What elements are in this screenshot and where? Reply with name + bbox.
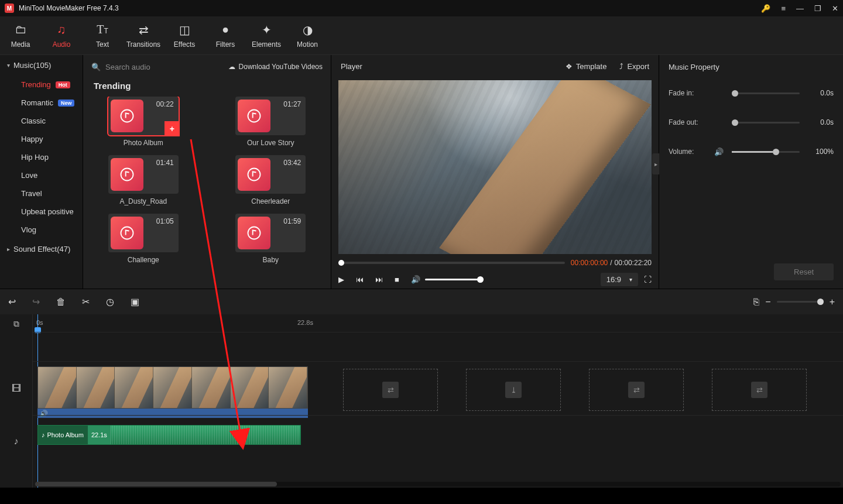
export-button[interactable]: ⤴ Export bbox=[619, 62, 649, 71]
sidebar-item-upbeat[interactable]: Upbeat positive bbox=[6, 203, 83, 221]
sidebar-item-classic[interactable]: Classic bbox=[6, 112, 83, 130]
next-frame-button[interactable]: ⏭ bbox=[375, 275, 383, 284]
time-sep: / bbox=[610, 259, 612, 267]
maximize-button[interactable]: ❐ bbox=[814, 4, 821, 13]
chevron-down-icon: ▾ bbox=[7, 62, 10, 68]
play-button[interactable]: ▶ bbox=[338, 275, 344, 284]
motion-icon: ◑ bbox=[300, 23, 314, 37]
audio-card[interactable]: 03:42 Cheerleader bbox=[219, 155, 323, 205]
panel-collapse-button[interactable]: ▸ bbox=[652, 153, 659, 174]
fadein-slider[interactable] bbox=[732, 92, 800, 94]
speaker-icon[interactable]: 🔊 bbox=[714, 148, 726, 156]
zoom-slider[interactable] bbox=[777, 301, 824, 303]
audio-thumb[interactable]: 01:27 bbox=[235, 97, 306, 135]
audio-lane[interactable]: ♪ Photo Album 22.1s bbox=[33, 415, 843, 450]
prev-frame-button[interactable]: ⏮ bbox=[356, 275, 364, 284]
audio-name: Challenge bbox=[128, 256, 159, 264]
video-preview[interactable] bbox=[338, 80, 652, 254]
timeline-scrollbar[interactable] bbox=[35, 482, 841, 486]
fit-timeline-button[interactable]: ⎘ bbox=[753, 297, 759, 307]
fadein-label: Fade in: bbox=[669, 89, 708, 97]
filters-icon: ● bbox=[218, 23, 232, 37]
aspect-value: 16:9 bbox=[606, 275, 621, 284]
volume-slider[interactable] bbox=[425, 279, 484, 280]
crop-button[interactable]: ▣ bbox=[131, 296, 139, 307]
template-button[interactable]: ❖ Template bbox=[566, 62, 607, 71]
video-lane[interactable]: 🔊 ⇄ ⇄ ⤓ ⇄ ⇄ bbox=[33, 361, 843, 415]
download-icon: ⤓ bbox=[505, 382, 522, 398]
speed-button[interactable]: ◷ bbox=[106, 296, 114, 307]
delete-button[interactable]: 🗑 bbox=[56, 297, 66, 307]
audio-name: Photo Album bbox=[124, 139, 163, 147]
tab-motion[interactable]: ◑ Motion bbox=[287, 16, 328, 54]
sidebar-item-love[interactable]: Love bbox=[6, 166, 83, 184]
tab-effects[interactable]: ◫ Effects bbox=[164, 16, 205, 54]
timeline-body[interactable]: 0s 22.8s 🔊 ⇄ ⇄ ⤓ ⇄ ⇄ ♪ Photo Album 22.1s bbox=[33, 314, 843, 488]
download-youtube-link[interactable]: ☁ Download YouTube Videos bbox=[228, 63, 323, 71]
playback-progress[interactable] bbox=[338, 262, 565, 264]
menu-icon[interactable]: ≡ bbox=[781, 4, 786, 13]
audio-clip[interactable]: ♪ Photo Album 22.1s bbox=[37, 425, 301, 445]
audio-thumb[interactable]: 01:05 bbox=[108, 214, 179, 252]
audio-card[interactable]: 01:41 A_Dusty_Road bbox=[91, 155, 196, 205]
search-input[interactable] bbox=[105, 63, 193, 71]
tab-text[interactable]: TT Text bbox=[82, 16, 123, 54]
audio-name: A_Dusty_Road bbox=[119, 197, 167, 205]
sidebar-group-music[interactable]: ▾ Music(105) bbox=[0, 55, 83, 76]
transition-slot[interactable]: ⇄ bbox=[589, 369, 684, 411]
sidebar-group-soundeffect[interactable]: ▸ Sound Effect(47) bbox=[0, 239, 83, 259]
minimize-button[interactable]: — bbox=[796, 4, 804, 13]
reset-button[interactable]: Reset bbox=[774, 263, 834, 280]
swap-icon: ⇄ bbox=[628, 382, 645, 398]
close-button[interactable]: ✕ bbox=[832, 4, 838, 13]
svg-point-1 bbox=[248, 110, 261, 122]
fadeout-slider[interactable] bbox=[732, 122, 800, 124]
add-to-timeline-button[interactable]: + bbox=[166, 122, 179, 135]
tab-elements[interactable]: ✦ Elements bbox=[246, 16, 287, 54]
volume-slider-prop[interactable] bbox=[732, 151, 800, 153]
audio-thumb[interactable]: 03:42 bbox=[235, 155, 306, 194]
redo-button[interactable]: ↪ bbox=[32, 296, 40, 307]
audio-card-photo-album[interactable]: 00:22 + Photo Album bbox=[91, 97, 196, 147]
timeline-ruler[interactable]: 0s 22.8s bbox=[33, 314, 843, 332]
overlay-lane[interactable] bbox=[33, 332, 843, 361]
fullscreen-button[interactable]: ⛶ bbox=[644, 275, 652, 284]
search-input-wrap[interactable]: 🔍 bbox=[91, 63, 193, 71]
aspect-ratio-select[interactable]: 16:9 ▾ bbox=[601, 273, 638, 286]
volume-icon[interactable]: 🔊 bbox=[411, 275, 420, 284]
audio-thumb[interactable]: 01:59 bbox=[235, 214, 306, 252]
sidebar-item-travel[interactable]: Travel bbox=[6, 184, 83, 203]
audio-card[interactable]: 01:59 Baby bbox=[219, 214, 323, 264]
sidebar-item-hiphop[interactable]: Hip Hop bbox=[6, 148, 83, 166]
key-icon[interactable]: 🔑 bbox=[761, 4, 770, 13]
properties-panel: ▸ Music Property Fade in: 0.0s Fade out:… bbox=[659, 55, 843, 289]
undo-button[interactable]: ↩ bbox=[8, 296, 16, 307]
transition-slot[interactable]: ⇄ bbox=[712, 369, 807, 411]
zoom-in-button[interactable]: + bbox=[830, 297, 835, 307]
split-button[interactable]: ✂ bbox=[82, 296, 90, 307]
stop-button[interactable]: ■ bbox=[395, 275, 399, 284]
add-track-button[interactable]: ⧉ bbox=[0, 314, 32, 333]
audio-thumb[interactable]: 00:22 + bbox=[108, 97, 179, 135]
video-clip[interactable] bbox=[37, 366, 308, 409]
sidebar-item-vlog[interactable]: Vlog bbox=[6, 221, 83, 239]
zoom-out-button[interactable]: − bbox=[765, 297, 770, 307]
tab-filters[interactable]: ● Filters bbox=[205, 16, 246, 54]
sidebar-item-happy[interactable]: Happy bbox=[6, 130, 83, 148]
audio-thumb[interactable]: 01:41 bbox=[108, 155, 179, 194]
swap-icon: ⇄ bbox=[751, 382, 767, 398]
svg-point-2 bbox=[121, 169, 133, 181]
music-disc-icon bbox=[238, 100, 270, 132]
sidebar-item-romantic[interactable]: Romantic New bbox=[6, 94, 83, 112]
tab-transitions[interactable]: ⇄ Transitions bbox=[123, 16, 164, 54]
tab-media[interactable]: 🗀 Media bbox=[0, 16, 41, 54]
tab-audio[interactable]: ♫ Audio bbox=[41, 16, 82, 54]
media-drop-slot[interactable]: ⤓ bbox=[466, 369, 561, 411]
music-disc-icon bbox=[111, 100, 143, 132]
sidebar-item-trending[interactable]: Trending Hot bbox=[6, 76, 83, 94]
svg-point-5 bbox=[248, 227, 261, 239]
audio-card[interactable]: 01:27 Our Love Story bbox=[219, 97, 323, 147]
transition-slot[interactable]: ⇄ bbox=[343, 369, 438, 411]
badge-hot: Hot bbox=[56, 81, 70, 88]
audio-card[interactable]: 01:05 Challenge bbox=[91, 214, 196, 264]
